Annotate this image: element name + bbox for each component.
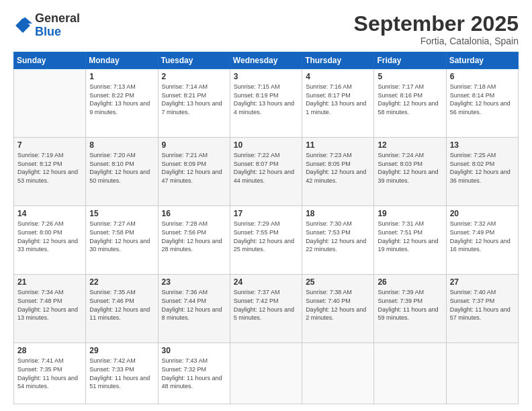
day-number: 7 bbox=[17, 140, 82, 150]
day-info: Sunrise: 7:39 AMSunset: 7:39 PMDaylight:… bbox=[378, 288, 442, 322]
calendar-cell: 9Sunrise: 7:21 AMSunset: 8:09 PMDaylight… bbox=[158, 138, 230, 206]
calendar-cell: 21Sunrise: 7:34 AMSunset: 7:48 PMDayligh… bbox=[14, 275, 86, 343]
day-number: 12 bbox=[378, 140, 442, 150]
day-number: 30 bbox=[162, 346, 226, 355]
day-number: 16 bbox=[162, 209, 226, 218]
day-info: Sunrise: 7:13 AMSunset: 8:22 PMDaylight:… bbox=[89, 83, 154, 116]
day-info: Sunrise: 7:26 AMSunset: 8:00 PMDaylight:… bbox=[17, 220, 82, 253]
calendar-cell: 22Sunrise: 7:35 AMSunset: 7:46 PMDayligh… bbox=[86, 275, 158, 343]
day-info: Sunrise: 7:25 AMSunset: 8:02 PMDaylight:… bbox=[450, 151, 515, 185]
day-number: 2 bbox=[162, 72, 226, 81]
calendar-header-row: SundayMondayTuesdayWednesdayThursdayFrid… bbox=[14, 52, 519, 69]
calendar-cell: 12Sunrise: 7:24 AMSunset: 8:03 PMDayligh… bbox=[374, 138, 446, 206]
calendar-cell: 14Sunrise: 7:26 AMSunset: 8:00 PMDayligh… bbox=[14, 206, 86, 275]
calendar-cell: 24Sunrise: 7:37 AMSunset: 7:42 PMDayligh… bbox=[230, 275, 302, 343]
day-number: 17 bbox=[234, 209, 298, 218]
week-row-5: 28Sunrise: 7:41 AMSunset: 7:35 PMDayligh… bbox=[14, 343, 519, 404]
day-number: 13 bbox=[450, 140, 515, 150]
day-info: Sunrise: 7:37 AMSunset: 7:42 PMDaylight:… bbox=[234, 288, 298, 322]
day-number: 23 bbox=[162, 277, 226, 287]
header: General Blue September 2025 Fortia, Cata… bbox=[13, 12, 519, 46]
calendar-cell: 20Sunrise: 7:32 AMSunset: 7:49 PMDayligh… bbox=[446, 206, 518, 275]
calendar-cell: 5Sunrise: 7:17 AMSunset: 8:16 PMDaylight… bbox=[374, 69, 446, 138]
calendar-cell: 4Sunrise: 7:16 AMSunset: 8:17 PMDaylight… bbox=[302, 69, 374, 138]
calendar-cell: 28Sunrise: 7:41 AMSunset: 7:35 PMDayligh… bbox=[14, 343, 86, 404]
day-info: Sunrise: 7:41 AMSunset: 7:35 PMDaylight:… bbox=[17, 357, 82, 390]
calendar-cell: 2Sunrise: 7:14 AMSunset: 8:21 PMDaylight… bbox=[158, 69, 230, 138]
day-info: Sunrise: 7:34 AMSunset: 7:48 PMDaylight:… bbox=[17, 288, 82, 322]
day-number: 15 bbox=[89, 209, 154, 218]
day-info: Sunrise: 7:19 AMSunset: 8:12 PMDaylight:… bbox=[17, 151, 82, 185]
calendar-cell bbox=[446, 343, 518, 404]
calendar-table: SundayMondayTuesdayWednesdayThursdayFrid… bbox=[13, 52, 519, 404]
day-number: 27 bbox=[450, 277, 515, 287]
day-info: Sunrise: 7:43 AMSunset: 7:32 PMDaylight:… bbox=[162, 357, 226, 390]
calendar-cell: 23Sunrise: 7:36 AMSunset: 7:44 PMDayligh… bbox=[158, 275, 230, 343]
day-number: 25 bbox=[306, 277, 370, 287]
logo: General Blue bbox=[13, 12, 80, 39]
day-number: 24 bbox=[234, 277, 298, 287]
page: General Blue September 2025 Fortia, Cata… bbox=[0, 0, 532, 411]
calendar-cell: 27Sunrise: 7:40 AMSunset: 7:37 PMDayligh… bbox=[446, 275, 518, 343]
day-info: Sunrise: 7:20 AMSunset: 8:10 PMDaylight:… bbox=[89, 151, 154, 185]
day-info: Sunrise: 7:24 AMSunset: 8:03 PMDaylight:… bbox=[378, 151, 442, 185]
calendar-cell bbox=[374, 343, 446, 404]
calendar-cell: 10Sunrise: 7:22 AMSunset: 8:07 PMDayligh… bbox=[230, 138, 302, 206]
calendar-cell: 15Sunrise: 7:27 AMSunset: 7:58 PMDayligh… bbox=[86, 206, 158, 275]
day-header-wednesday: Wednesday bbox=[230, 52, 302, 69]
day-number: 26 bbox=[378, 277, 442, 287]
calendar-cell: 16Sunrise: 7:28 AMSunset: 7:56 PMDayligh… bbox=[158, 206, 230, 275]
day-info: Sunrise: 7:29 AMSunset: 7:55 PMDaylight:… bbox=[234, 220, 298, 253]
day-number: 22 bbox=[89, 277, 154, 287]
title-block: September 2025 Fortia, Catalonia, Spain bbox=[354, 12, 519, 46]
week-row-1: 1Sunrise: 7:13 AMSunset: 8:22 PMDaylight… bbox=[14, 69, 519, 138]
day-number: 3 bbox=[234, 72, 298, 81]
calendar-cell: 19Sunrise: 7:31 AMSunset: 7:51 PMDayligh… bbox=[374, 206, 446, 275]
day-header-sunday: Sunday bbox=[14, 52, 86, 69]
month-title: September 2025 bbox=[354, 12, 519, 36]
day-info: Sunrise: 7:27 AMSunset: 7:58 PMDaylight:… bbox=[89, 220, 154, 253]
day-info: Sunrise: 7:32 AMSunset: 7:49 PMDaylight:… bbox=[450, 220, 515, 253]
day-info: Sunrise: 7:21 AMSunset: 8:09 PMDaylight:… bbox=[162, 151, 226, 185]
calendar-cell: 13Sunrise: 7:25 AMSunset: 8:02 PMDayligh… bbox=[446, 138, 518, 206]
day-header-monday: Monday bbox=[86, 52, 158, 69]
day-info: Sunrise: 7:23 AMSunset: 8:05 PMDaylight:… bbox=[306, 151, 370, 185]
day-header-friday: Friday bbox=[374, 52, 446, 69]
day-info: Sunrise: 7:30 AMSunset: 7:53 PMDaylight:… bbox=[306, 220, 370, 253]
day-info: Sunrise: 7:42 AMSunset: 7:33 PMDaylight:… bbox=[89, 357, 154, 390]
calendar-cell: 17Sunrise: 7:29 AMSunset: 7:55 PMDayligh… bbox=[230, 206, 302, 275]
day-number: 20 bbox=[450, 209, 515, 218]
day-info: Sunrise: 7:15 AMSunset: 8:19 PMDaylight:… bbox=[234, 83, 298, 116]
day-number: 8 bbox=[89, 140, 154, 150]
calendar-cell: 8Sunrise: 7:20 AMSunset: 8:10 PMDaylight… bbox=[86, 138, 158, 206]
calendar-cell: 7Sunrise: 7:19 AMSunset: 8:12 PMDaylight… bbox=[14, 138, 86, 206]
calendar-cell bbox=[302, 343, 374, 404]
day-number: 28 bbox=[17, 346, 82, 355]
day-info: Sunrise: 7:14 AMSunset: 8:21 PMDaylight:… bbox=[162, 83, 226, 116]
calendar-cell: 3Sunrise: 7:15 AMSunset: 8:19 PMDaylight… bbox=[230, 69, 302, 138]
day-info: Sunrise: 7:40 AMSunset: 7:37 PMDaylight:… bbox=[450, 288, 515, 322]
calendar-cell: 30Sunrise: 7:43 AMSunset: 7:32 PMDayligh… bbox=[158, 343, 230, 404]
calendar-cell bbox=[14, 69, 86, 138]
week-row-2: 7Sunrise: 7:19 AMSunset: 8:12 PMDaylight… bbox=[14, 138, 519, 206]
logo-text: General Blue bbox=[35, 12, 80, 39]
week-row-4: 21Sunrise: 7:34 AMSunset: 7:48 PMDayligh… bbox=[14, 275, 519, 343]
day-number: 1 bbox=[89, 72, 154, 81]
day-number: 19 bbox=[378, 209, 442, 218]
logo-icon bbox=[13, 16, 32, 35]
day-info: Sunrise: 7:36 AMSunset: 7:44 PMDaylight:… bbox=[162, 288, 226, 322]
day-info: Sunrise: 7:28 AMSunset: 7:56 PMDaylight:… bbox=[162, 220, 226, 253]
calendar-cell: 26Sunrise: 7:39 AMSunset: 7:39 PMDayligh… bbox=[374, 275, 446, 343]
day-number: 6 bbox=[450, 72, 515, 81]
calendar-cell bbox=[230, 343, 302, 404]
calendar-cell: 25Sunrise: 7:38 AMSunset: 7:40 PMDayligh… bbox=[302, 275, 374, 343]
day-info: Sunrise: 7:35 AMSunset: 7:46 PMDaylight:… bbox=[89, 288, 154, 322]
week-row-3: 14Sunrise: 7:26 AMSunset: 8:00 PMDayligh… bbox=[14, 206, 519, 275]
day-info: Sunrise: 7:16 AMSunset: 8:17 PMDaylight:… bbox=[306, 83, 370, 116]
calendar-cell: 29Sunrise: 7:42 AMSunset: 7:33 PMDayligh… bbox=[86, 343, 158, 404]
day-number: 29 bbox=[89, 346, 154, 355]
day-number: 18 bbox=[306, 209, 370, 218]
day-header-thursday: Thursday bbox=[302, 52, 374, 69]
day-number: 9 bbox=[162, 140, 226, 150]
day-number: 21 bbox=[17, 277, 82, 287]
